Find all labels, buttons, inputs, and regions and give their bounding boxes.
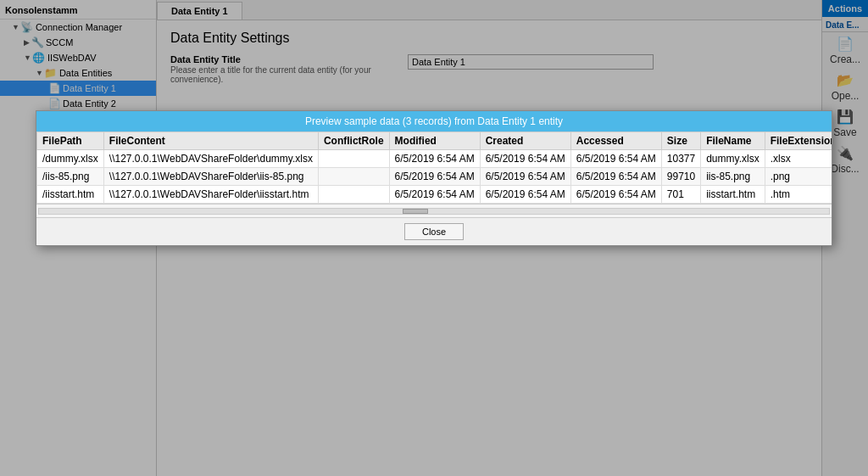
col-conflictrole: ConflictRole (318, 132, 389, 150)
col-accessed: Accessed (570, 132, 661, 150)
cell-filename: iisstart.htm (701, 186, 765, 204)
cell-filepath: /dummy.xlsx (37, 150, 104, 168)
preview-modal: Preview sample data (3 records) from Dat… (36, 110, 832, 246)
cell-size: 701 (661, 186, 700, 204)
cell-fileextension: .xlsx (765, 150, 832, 168)
cell-modified: 6/5/2019 6:54 AM (389, 186, 480, 204)
cell-conflictrole (318, 186, 389, 204)
cell-conflictrole (318, 150, 389, 168)
cell-filename: dummy.xlsx (701, 150, 765, 168)
modal-scrollbar[interactable] (36, 204, 832, 217)
close-button[interactable]: Close (404, 223, 464, 240)
cell-created: 6/5/2019 6:54 AM (480, 168, 570, 186)
col-fileextension: FileExtension (765, 132, 832, 150)
table-row: /iisstart.htm\\127.0.0.1\WebDAVShareFold… (37, 186, 832, 204)
cell-filecontent: \\127.0.0.1\WebDAVShareFolder\iisstart.h… (103, 186, 318, 204)
cell-modified: 6/5/2019 6:54 AM (389, 168, 480, 186)
cell-accessed: 6/5/2019 6:54 AM (570, 150, 661, 168)
cell-size: 10377 (661, 150, 700, 168)
cell-filepath: /iis-85.png (37, 168, 104, 186)
scrollbar-track[interactable] (38, 208, 830, 215)
cell-accessed: 6/5/2019 6:54 AM (570, 186, 661, 204)
table-row: /iis-85.png\\127.0.0.1\WebDAVShareFolder… (37, 168, 832, 186)
cell-fileextension: .htm (765, 186, 832, 204)
modal-title: Preview sample data (3 records) from Dat… (36, 111, 832, 132)
cell-accessed: 6/5/2019 6:54 AM (570, 168, 661, 186)
col-modified: Modified (389, 132, 480, 150)
col-size: Size (661, 132, 700, 150)
col-filecontent: FileContent (103, 132, 318, 150)
cell-filename: iis-85.png (701, 168, 765, 186)
cell-conflictrole (318, 168, 389, 186)
col-filepath: FilePath (37, 132, 104, 150)
cell-created: 6/5/2019 6:54 AM (480, 186, 570, 204)
cell-filecontent: \\127.0.0.1\WebDAVShareFolder\iis-85.png (103, 168, 318, 186)
cell-modified: 6/5/2019 6:54 AM (389, 150, 480, 168)
cell-fileextension: .png (765, 168, 832, 186)
modal-footer: Close (36, 217, 832, 245)
modal-overlay: Preview sample data (3 records) from Dat… (0, 0, 868, 476)
col-filename: FileName (701, 132, 765, 150)
preview-table: FilePath FileContent ConflictRole Modifi… (36, 132, 832, 204)
cell-filepath: /iisstart.htm (37, 186, 104, 204)
cell-filecontent: \\127.0.0.1\WebDAVShareFolder\dummy.xlsx (103, 150, 318, 168)
table-row: /dummy.xlsx\\127.0.0.1\WebDAVShareFolder… (37, 150, 832, 168)
modal-table-wrap[interactable]: FilePath FileContent ConflictRole Modifi… (36, 132, 832, 204)
cell-size: 99710 (661, 168, 700, 186)
col-created: Created (480, 132, 570, 150)
cell-created: 6/5/2019 6:54 AM (480, 150, 570, 168)
scrollbar-thumb[interactable] (403, 209, 428, 214)
